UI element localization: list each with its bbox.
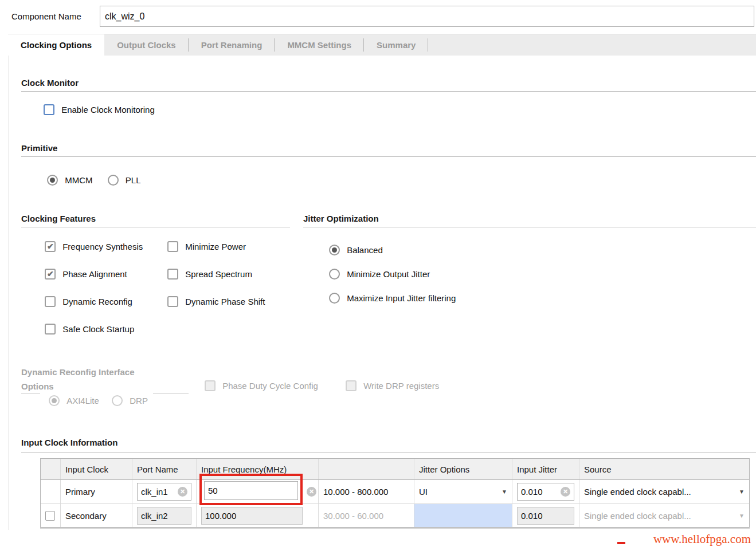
primary-source-combo[interactable]: Single ended clock capabl... ▼ (579, 480, 749, 503)
dynamic-reconfig-checkbox[interactable] (45, 296, 56, 307)
enable-clock-monitoring-option[interactable]: Enable Clock Monitoring (44, 104, 155, 115)
secondary-input-jitter-input: 0.010 (517, 507, 574, 525)
mmcm-radio-label: MMCM (65, 175, 92, 185)
dri-rule-left (21, 393, 40, 393)
primary-input-jitter-cell: 0.010 ✕ (512, 480, 579, 503)
maximize-input-jitter-label: Maximize Input Jitter filtering (347, 293, 456, 303)
feature-safe-clock-startup[interactable]: Safe Clock Startup (45, 323, 134, 335)
chevron-down-icon[interactable]: ▼ (502, 489, 507, 495)
component-name-input[interactable] (100, 6, 754, 27)
clock-monitor-title: Clock Monitor (21, 78, 79, 88)
jitter-min-output-option[interactable]: Minimize Output Jitter (329, 268, 430, 280)
col-port-name: Port Name (132, 459, 197, 479)
clocking-options-panel: Clock Monitor Enable Clock Monitoring Pr… (9, 56, 756, 530)
feature-spread-spectrum[interactable]: Spread Spectrum (167, 268, 252, 280)
feature-phase-alignment[interactable]: Phase Alignment (45, 268, 127, 280)
enable-clock-monitoring-label: Enable Clock Monitoring (61, 105, 155, 115)
write-drp-registers-option: Write DRP registers (346, 380, 439, 391)
jitter-balanced-option[interactable]: Balanced (329, 244, 383, 255)
primary-input-jitter-input[interactable]: 0.010 ✕ (517, 483, 574, 501)
input-clock-information-rule (21, 452, 756, 452)
jitter-max-input-option[interactable]: Maximize Input Jitter filtering (329, 292, 456, 304)
jitter-optimization-rule (303, 227, 756, 227)
pll-radio-label: PLL (126, 175, 141, 185)
primary-port-cell: clk_in1 ✕ (132, 480, 197, 503)
spread-spectrum-label: Spread Spectrum (185, 269, 252, 279)
phase-duty-cycle-config-option: Phase Duty Cycle Config (205, 380, 318, 391)
spread-spectrum-checkbox[interactable] (167, 269, 178, 280)
feature-dynamic-reconfig[interactable]: Dynamic Reconfig (45, 296, 132, 307)
tab-clocking-options[interactable]: Clocking Options (8, 34, 104, 56)
primary-jitter-options-value: UI (419, 487, 428, 497)
clear-icon[interactable]: ✕ (178, 487, 187, 497)
tab-port-renaming[interactable]: Port Renaming (189, 34, 275, 56)
secondary-enable-checkbox[interactable] (45, 511, 55, 521)
mmcm-radio[interactable] (47, 175, 58, 186)
maximize-input-jitter-radio[interactable] (329, 293, 340, 304)
feature-minimize-power[interactable]: Minimize Power (167, 241, 246, 252)
balanced-label: Balanced (347, 245, 383, 255)
secondary-jitter-options-cell[interactable] (414, 504, 512, 527)
secondary-port-cell: clk_in2 (132, 504, 197, 527)
dri-title-line2: Options (21, 379, 135, 393)
input-clock-information-title: Input Clock Information (21, 438, 117, 447)
tab-mmcm-settings[interactable]: MMCM Settings (275, 34, 364, 56)
primary-range-cell: 10.000 - 800.000 (319, 480, 414, 503)
phase-alignment-checkbox[interactable] (45, 269, 56, 280)
dynamic-phase-shift-checkbox[interactable] (167, 296, 178, 307)
write-drp-registers-label: Write DRP registers (363, 381, 439, 391)
red-dash-mark (617, 542, 625, 544)
balanced-radio[interactable] (329, 245, 340, 255)
feature-dynamic-phase-shift[interactable]: Dynamic Phase Shift (167, 296, 265, 307)
chevron-down-icon: ▼ (739, 513, 745, 519)
axi4lite-radio (49, 395, 60, 406)
secondary-frequency-value: 100.000 (205, 511, 236, 521)
col-jitter-options: Jitter Options (414, 459, 512, 479)
primary-frequency-value: 50 (208, 486, 218, 495)
primary-port-value: clk_in1 (141, 487, 168, 497)
table-row-primary: Primary clk_in1 ✕ 50 ✕ 10.000 - 800.000 … (41, 480, 749, 503)
watermark-text: www.hellofpga.com (653, 532, 751, 546)
tab-bar: Clocking Options Output Clocks Port Rena… (8, 34, 756, 56)
frequency-highlight-box: 50 (199, 474, 303, 505)
clear-icon[interactable]: ✕ (307, 487, 316, 497)
phase-duty-cycle-config-checkbox (205, 380, 216, 391)
col-checkbox (41, 459, 61, 479)
clocking-features-rule (21, 227, 290, 227)
safe-clock-startup-checkbox[interactable] (45, 324, 56, 335)
clear-icon[interactable]: ✕ (561, 487, 570, 497)
tab-output-clocks[interactable]: Output Clocks (104, 34, 189, 56)
primary-frequency-input[interactable]: 50 (204, 481, 298, 500)
primary-clock-label: Primary (61, 480, 132, 503)
minimize-output-jitter-radio[interactable] (329, 269, 340, 280)
secondary-source-combo: Single ended clock capabl... ▼ (579, 504, 749, 527)
secondary-input-jitter-value: 0.010 (521, 511, 543, 521)
secondary-checkbox-cell (41, 504, 61, 527)
primary-input-jitter-value: 0.010 (521, 487, 543, 497)
minimize-output-jitter-label: Minimize Output Jitter (347, 269, 430, 279)
safe-clock-startup-label: Safe Clock Startup (62, 324, 134, 334)
dri-radio-group: AXI4Lite DRP (49, 395, 148, 406)
secondary-port-input: clk_in2 (137, 507, 191, 525)
component-name-bar: Component Name (0, 0, 756, 33)
pll-radio[interactable] (108, 175, 119, 186)
primary-jitter-options-combo[interactable]: UI ▼ (414, 480, 512, 503)
tab-summary[interactable]: Summary (364, 34, 428, 56)
write-drp-registers-checkbox (346, 380, 357, 391)
col-input-jitter: Input Jitter (512, 459, 579, 479)
chevron-down-icon[interactable]: ▼ (739, 489, 745, 495)
component-name-label: Component Name (11, 11, 81, 21)
enable-clock-monitoring-checkbox[interactable] (44, 104, 54, 115)
input-clock-table: Input Clock Port Name Input Frequency(MH… (40, 458, 750, 528)
primary-port-input[interactable]: clk_in1 ✕ (137, 483, 191, 501)
secondary-source-value: Single ended clock capabl... (584, 511, 691, 521)
minimize-power-checkbox[interactable] (167, 241, 178, 252)
frequency-synthesis-checkbox[interactable] (45, 241, 56, 252)
jitter-optimization-title: Jitter Optimization (303, 214, 379, 223)
secondary-input-jitter-cell: 0.010 (512, 504, 579, 527)
col-range (319, 459, 414, 479)
drp-label: DRP (130, 396, 148, 406)
drp-radio (112, 395, 123, 406)
dri-title-line1: Dynamic Reconfig Interface (21, 365, 135, 379)
feature-frequency-synthesis[interactable]: Frequency Synthesis (45, 241, 143, 252)
